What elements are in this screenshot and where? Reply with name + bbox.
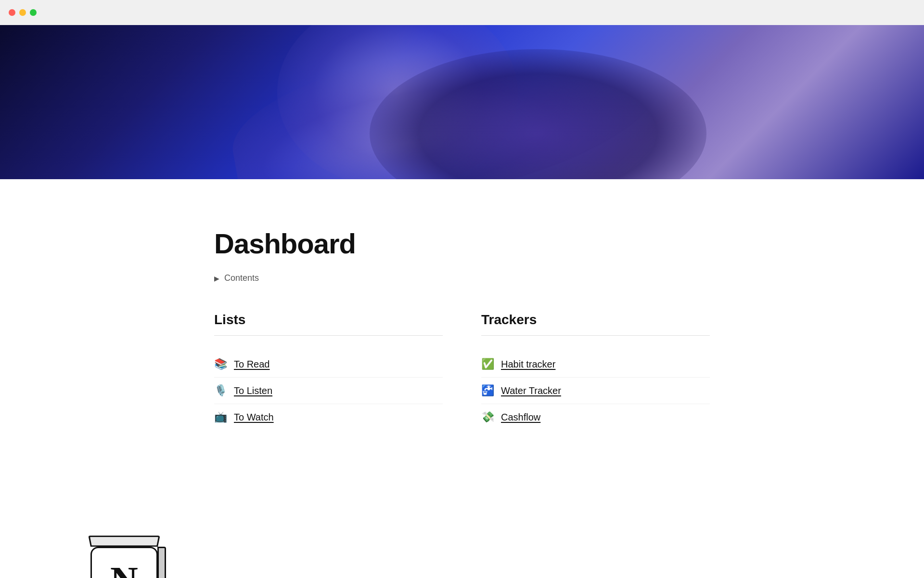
lists-divider — [214, 335, 443, 336]
to-watch-label: To Watch — [234, 412, 274, 423]
trackers-divider — [481, 335, 710, 336]
water-tracker-icon: 🚰 — [481, 384, 494, 397]
list-item-cashflow[interactable]: 💸 Cashflow — [481, 404, 710, 430]
close-button[interactable] — [9, 9, 15, 16]
list-item-water-tracker[interactable]: 🚰 Water Tracker — [481, 378, 710, 404]
to-read-label: To Read — [234, 359, 270, 370]
to-read-icon: 📚 — [214, 358, 227, 370]
page-title: Dashboard — [214, 227, 710, 260]
notion-logo: N — [86, 530, 170, 578]
habit-tracker-label: Habit tracker — [501, 359, 555, 370]
maximize-button[interactable] — [30, 9, 37, 16]
list-item-habit-tracker[interactable]: ✅ Habit tracker — [481, 351, 710, 378]
trackers-heading: Trackers — [481, 312, 710, 328]
cube-front: N — [90, 547, 158, 578]
to-listen-icon: 🎙️ — [214, 384, 227, 397]
notion-n-letter: N — [110, 561, 138, 578]
contents-label: Contents — [224, 273, 259, 283]
habit-tracker-icon: ✅ — [481, 358, 494, 370]
cashflow-label: Cashflow — [501, 412, 540, 423]
lists-column: Lists 📚 To Read 🎙️ To Listen 📺 To Watch — [214, 312, 443, 430]
to-watch-icon: 📺 — [214, 411, 227, 423]
toggle-arrow-icon: ▶ — [214, 275, 219, 282]
wave-decoration — [222, 25, 673, 179]
minimize-button[interactable] — [19, 9, 26, 16]
hero-banner — [0, 25, 924, 179]
cashflow-icon: 💸 — [481, 411, 494, 423]
lists-heading: Lists — [214, 312, 443, 328]
water-tracker-label: Water Tracker — [501, 385, 561, 396]
cube-right — [157, 547, 166, 578]
cube-top — [88, 536, 160, 547]
two-columns-layout: Lists 📚 To Read 🎙️ To Listen 📺 To Watch … — [214, 312, 710, 430]
list-item-to-watch[interactable]: 📺 To Watch — [214, 404, 443, 430]
to-listen-label: To Listen — [234, 385, 272, 396]
title-bar — [0, 0, 924, 25]
contents-toggle[interactable]: ▶ Contents — [214, 273, 710, 283]
content-area: Dashboard ▶ Contents Lists 📚 To Read 🎙️ … — [125, 179, 799, 459]
list-item-to-listen[interactable]: 🎙️ To Listen — [214, 378, 443, 404]
trackers-column: Trackers ✅ Habit tracker 🚰 Water Tracker… — [481, 312, 710, 430]
list-item-to-read[interactable]: 📚 To Read — [214, 351, 443, 378]
